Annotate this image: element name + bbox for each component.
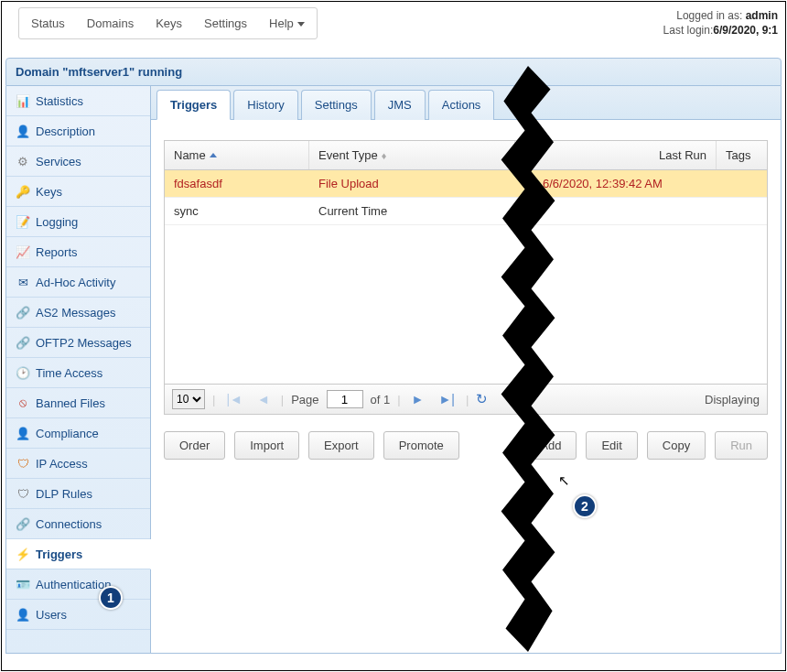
- pager-prev-icon[interactable]: ◄: [253, 392, 274, 406]
- export-button[interactable]: Export: [308, 431, 374, 460]
- sidebar-item-label: OFTP2 Messages: [36, 336, 132, 350]
- domain-status-bar: Domain "mftserver1" running: [5, 58, 782, 86]
- cell-name: fdsafasdf: [165, 170, 309, 197]
- pager-next-icon[interactable]: ►: [408, 392, 428, 406]
- cell-lastrun: 6/6/2020, 12:39:42 AM: [534, 170, 717, 197]
- sidebar-item-compliance[interactable]: 👤Compliance: [6, 418, 150, 449]
- topmenu-settings[interactable]: Settings: [193, 9, 258, 38]
- sidebar-item-description-icon: 👤: [16, 124, 30, 138]
- sidebar-item-dlp-icon: 🛡: [16, 486, 30, 501]
- sidebar-item-label: Connections: [36, 517, 102, 531]
- sort-asc-icon: [210, 153, 217, 157]
- sidebar-item-auth[interactable]: 🪪Authentication: [6, 569, 150, 600]
- sidebar-item-reports-icon: 📈: [16, 244, 30, 259]
- copy-button[interactable]: Copy: [647, 431, 706, 460]
- sidebar-item-triggers-icon: ⚡: [16, 547, 30, 561]
- sidebar-item-keys[interactable]: 🔑Keys: [6, 177, 150, 207]
- sidebar-item-label: Services: [36, 155, 81, 168]
- sidebar-item-label: DLP Rules: [36, 487, 92, 501]
- topmenu-keys[interactable]: Keys: [145, 9, 193, 38]
- sidebar-item-label: Ad-Hoc Activity: [36, 276, 115, 289]
- sidebar-item-label: Reports: [36, 245, 78, 259]
- content-panel: Triggers History Settings JMS Actions Na…: [151, 86, 781, 653]
- sidebar-item-label: Triggers: [36, 547, 82, 561]
- import-button[interactable]: Import: [234, 431, 299, 460]
- edit-button[interactable]: Edit: [586, 431, 637, 460]
- step-badge-2: 2: [573, 494, 597, 518]
- topmenu-domains[interactable]: Domains: [76, 9, 145, 38]
- sidebar-item-label: Banned Files: [36, 396, 105, 410]
- promote-button[interactable]: Promote: [383, 431, 459, 460]
- sidebar-item-label: Time Access: [36, 366, 102, 380]
- cell-tags: [717, 198, 767, 224]
- tabstrip: Triggers History Settings JMS Actions: [151, 86, 781, 120]
- pager-first-icon[interactable]: |◄: [222, 392, 246, 406]
- sidebar-item-logging[interactable]: 📝Logging: [6, 207, 150, 237]
- sidebar-item-as2-icon: 🔗: [16, 305, 30, 320]
- cursor-icon: ↖: [558, 472, 570, 489]
- sidebar-item-timeaccess[interactable]: 🕑Time Access: [6, 358, 150, 388]
- triggers-grid: Name Event Type♦ Last Run Tags fdsafasdf…: [164, 140, 768, 415]
- grid-footer: 10 | |◄ ◄ | Page of 1 | ► ►| | ↻ Display…: [165, 384, 767, 414]
- sidebar-item-logging-icon: 📝: [16, 214, 30, 229]
- cell-type: Current Time: [309, 198, 515, 224]
- pager-last-icon[interactable]: ►|: [435, 392, 458, 406]
- grid-header: Name Event Type♦ Last Run Tags: [165, 141, 767, 170]
- col-last-run[interactable]: Last Run: [534, 141, 717, 169]
- sidebar-item-banned[interactable]: ⦸Banned Files: [6, 388, 150, 418]
- topmenu-status[interactable]: Status: [20, 9, 76, 38]
- sidebar-item-auth-icon: 🪪: [16, 577, 30, 591]
- topmenu-help[interactable]: Help: [258, 9, 316, 38]
- tab-history[interactable]: History: [233, 90, 297, 120]
- table-row[interactable]: fdsafasdfFile Upload6/6/2020, 12:39:42 A…: [165, 170, 767, 198]
- cell-type: File Upload: [309, 170, 515, 197]
- col-event-type[interactable]: Event Type♦: [309, 141, 515, 169]
- sidebar-item-description[interactable]: 👤Description: [6, 116, 150, 146]
- sidebar-item-triggers[interactable]: ⚡Triggers: [6, 539, 151, 569]
- sidebar-item-statistics[interactable]: 📊Statistics: [6, 86, 150, 116]
- col-tags[interactable]: Tags: [717, 141, 767, 169]
- page-size-select[interactable]: 10: [172, 389, 205, 409]
- sidebar-item-keys-icon: 🔑: [16, 184, 30, 199]
- sidebar-item-label: Compliance: [36, 427, 99, 440]
- sidebar-item-label: Users: [36, 608, 67, 622]
- tab-settings[interactable]: Settings: [301, 90, 372, 120]
- run-button[interactable]: Run: [715, 431, 768, 460]
- sidebar-item-label: Logging: [36, 215, 78, 229]
- col-name[interactable]: Name: [165, 141, 309, 169]
- sidebar-item-ipaccess-icon: 🛡: [16, 456, 30, 471]
- sidebar-item-banned-icon: ⦸: [16, 396, 30, 410]
- grid-body: fdsafasdfFile Upload6/6/2020, 12:39:42 A…: [165, 170, 767, 384]
- cell-tags: [717, 170, 767, 197]
- page-label: Page: [291, 393, 318, 406]
- tab-triggers[interactable]: Triggers: [156, 90, 231, 120]
- refresh-icon[interactable]: ↻: [476, 391, 488, 407]
- sidebar-item-ipaccess[interactable]: 🛡IP Access: [6, 449, 150, 479]
- sidebar-item-dlp[interactable]: 🛡DLP Rules: [6, 479, 150, 509]
- sidebar-item-label: Keys: [36, 185, 62, 199]
- login-info: Logged in as: admin Last login:6/9/2020,…: [663, 7, 778, 38]
- sidebar-item-connections-icon: 🔗: [16, 516, 30, 531]
- order-button[interactable]: Order: [164, 431, 225, 460]
- sidebar-item-statistics-icon: 📊: [16, 93, 30, 108]
- sort-none-icon: ♦: [382, 150, 387, 161]
- sidebar-item-users[interactable]: 👤Users: [6, 600, 150, 630]
- sidebar-item-services[interactable]: ⚙Services: [6, 146, 150, 177]
- tab-jms[interactable]: JMS: [374, 90, 426, 120]
- sidebar-item-connections[interactable]: 🔗Connections: [6, 509, 150, 539]
- tab-actions[interactable]: Actions: [428, 90, 495, 120]
- sidebar-item-label: Authentication: [36, 578, 111, 591]
- sidebar-item-label: IP Access: [36, 457, 88, 471]
- sidebar-item-adhoc[interactable]: ✉Ad-Hoc Activity: [6, 267, 150, 298]
- page-number-input[interactable]: [327, 390, 363, 408]
- sidebar: 📊Statistics👤Description⚙Services🔑Keys📝Lo…: [6, 86, 151, 653]
- sidebar-item-as2[interactable]: 🔗AS2 Messages: [6, 298, 150, 328]
- sidebar-item-timeaccess-icon: 🕑: [16, 365, 30, 380]
- top-menu: Status Domains Keys Settings Help: [18, 7, 318, 39]
- table-row[interactable]: syncCurrent Time: [165, 198, 767, 225]
- sidebar-item-oftp2[interactable]: 🔗OFTP2 Messages: [6, 328, 150, 358]
- sidebar-item-services-icon: ⚙: [16, 154, 30, 168]
- sidebar-item-oftp2-icon: 🔗: [16, 335, 30, 350]
- sidebar-item-reports[interactable]: 📈Reports: [6, 237, 150, 267]
- displaying-label: Displaying: [705, 393, 760, 406]
